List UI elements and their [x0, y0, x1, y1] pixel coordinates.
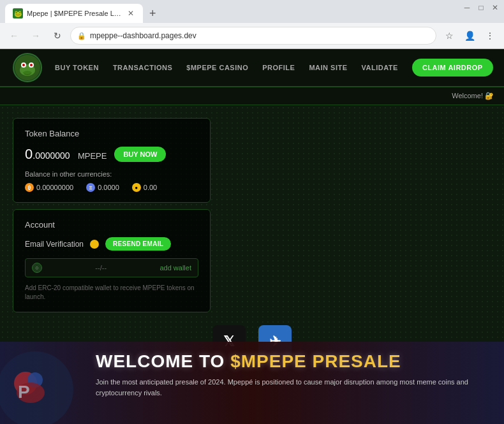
nav-smpepe-casino[interactable]: $MPEPE CASINO: [186, 64, 248, 71]
browser-chrome: 🐸 Mpepe | $MPEPE Presale Live... ✕ + ─ □…: [0, 0, 504, 49]
token-balance-amount-row: 0.0000000 MPEPE BUY NOW: [25, 146, 198, 163]
nav-validate[interactable]: VALIDATE: [362, 64, 398, 71]
btc-value: 0.00000000: [36, 184, 73, 191]
main-content: Token Balance 0.0000000 MPEPE BUY NOW Ba…: [0, 105, 504, 312]
bnb-balance: ● 0.00: [132, 183, 157, 192]
welcome-bar: Welcome! 🔐: [0, 87, 504, 105]
eth-value: 0.0000: [98, 184, 119, 191]
token-balance-title: Token Balance: [25, 129, 198, 138]
bottom-text-content: WELCOME TO $MPEPE PRESALE Join the most …: [96, 351, 491, 398]
nav-transactions[interactable]: TRANSACTIONS: [113, 64, 172, 71]
svg-point-4: [22, 64, 25, 66]
wallet-divider: --/--: [47, 264, 154, 272]
eth-icon: Ξ: [86, 183, 95, 192]
nav-profile[interactable]: PROFILE: [262, 64, 295, 71]
wallet-hint: Add ERC-20 compatible wallet to receive …: [25, 284, 198, 302]
tab-bar: 🐸 Mpepe | $MPEPE Presale Live... ✕ +: [0, 0, 504, 23]
btc-icon: ₿: [25, 183, 34, 192]
hero-title: WELCOME TO $MPEPE PRESALE: [96, 351, 491, 372]
refresh-button[interactable]: ↻: [48, 27, 66, 45]
welcome-text: Welcome! 🔐: [452, 92, 494, 100]
balance-decimal: .0000000: [33, 150, 70, 161]
bnb-value: 0.00: [144, 184, 157, 191]
eth-balance: Ξ 0.0000: [86, 183, 119, 192]
tab-favicon: 🐸: [13, 8, 23, 18]
back-button[interactable]: ←: [5, 27, 23, 45]
close-window-button[interactable]: ✕: [491, 4, 499, 11]
address-lock-icon: 🔒: [77, 32, 86, 40]
forward-button[interactable]: →: [27, 27, 45, 45]
browser-controls: ← → ↻ 🔒 mpeppe--dashboard.pages.dev ☆ 👤 …: [0, 23, 504, 48]
buy-now-button[interactable]: BUY NOW: [114, 147, 166, 162]
nav-main-site[interactable]: MAIN SITE: [309, 64, 347, 71]
maximize-button[interactable]: □: [477, 4, 485, 11]
account-card: Account Email Verification RESEND EMAIL …: [13, 209, 211, 312]
tab-close-button[interactable]: ✕: [126, 9, 135, 18]
add-wallet-button[interactable]: add wallet: [159, 264, 191, 272]
site-logo: [13, 53, 42, 82]
bottom-overlay: P WELCOME TO $MPEPE PRESALE Join the mos…: [0, 342, 504, 424]
hero-subtitle: Join the most anticipated presale of 202…: [96, 377, 491, 398]
token-balance-card: Token Balance 0.0000000 MPEPE BUY NOW Ba…: [13, 118, 211, 203]
tab-title: Mpepe | $MPEPE Presale Live...: [27, 10, 122, 17]
account-title: Account: [25, 220, 198, 230]
address-bar[interactable]: 🔒 mpeppe--dashboard.pages.dev: [70, 27, 436, 45]
active-tab[interactable]: 🐸 Mpepe | $MPEPE Presale Live... ✕: [5, 4, 143, 23]
other-currencies-label: Balance in other currencies:: [25, 170, 198, 178]
btc-balance: ₿ 0.00000000: [25, 183, 73, 192]
site-content: BUY TOKEN TRANSACTIONS $MPEPE CASINO PRO…: [0, 49, 504, 424]
bottom-logo-watermark: P: [0, 348, 77, 424]
balance-integer: 0: [25, 146, 33, 162]
bookmark-button[interactable]: ☆: [440, 27, 458, 45]
balance-currencies: ₿ 0.00000000 Ξ 0.0000 ● 0.00: [25, 183, 198, 192]
site-nav: BUY TOKEN TRANSACTIONS $MPEPE CASINO PRO…: [0, 49, 504, 87]
claim-airdrop-button[interactable]: CLAIM AIRDROP: [412, 59, 493, 77]
logo-frog-icon: [15, 55, 40, 80]
bnb-icon: ●: [132, 183, 141, 192]
menu-button[interactable]: ⋮: [481, 27, 499, 45]
nav-buy-token[interactable]: BUY TOKEN: [55, 64, 99, 71]
svg-point-5: [30, 64, 33, 66]
nav-links: BUY TOKEN TRANSACTIONS $MPEPE CASINO PRO…: [55, 59, 493, 77]
svg-text:P: P: [18, 382, 30, 402]
hero-title-prefix: WELCOME TO: [96, 351, 230, 371]
minimize-button[interactable]: ─: [463, 4, 471, 11]
address-text: mpeppe--dashboard.pages.dev: [90, 31, 196, 40]
browser-actions: ☆ 👤 ⋮: [440, 27, 499, 45]
wallet-icon: ○: [32, 263, 42, 273]
email-status-dot: [90, 240, 99, 249]
hero-title-highlight: $MPEPE PRESALE: [230, 351, 401, 371]
window-controls: ─ □ ✕: [463, 4, 499, 11]
new-tab-button[interactable]: +: [145, 7, 160, 20]
balance-currency: MPEPE: [78, 151, 107, 161]
email-verification-label: Email Verification: [25, 240, 84, 249]
email-verification-row: Email Verification RESEND EMAIL: [25, 237, 198, 251]
profile-button[interactable]: 👤: [461, 27, 478, 45]
wallet-row: ○ --/-- add wallet: [25, 258, 198, 277]
resend-email-button[interactable]: RESEND EMAIL: [105, 237, 171, 251]
balance-number: 0.0000000 MPEPE: [25, 146, 107, 163]
